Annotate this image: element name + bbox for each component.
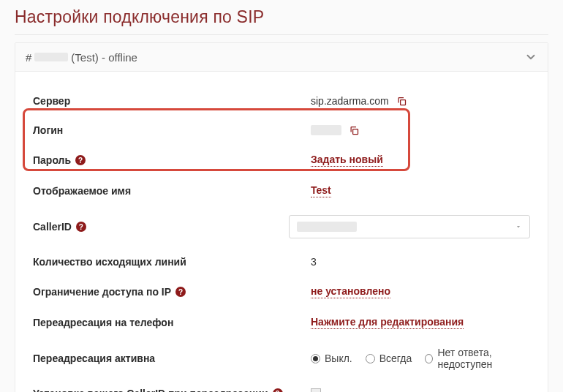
accordion-title: # (Test) - offline — [26, 51, 137, 64]
value-server: sip.zadarma.com — [311, 95, 389, 107]
page-title: Настройки подключения по SIP — [15, 7, 548, 27]
help-icon[interactable]: ? — [75, 155, 86, 165]
row-display-name: Отображаемое имя Test — [33, 176, 530, 206]
radio-icon — [311, 354, 320, 363]
radio-off-label: Выкл. — [325, 353, 352, 364]
radio-always[interactable]: Всегда — [366, 353, 412, 364]
label-ip-restrict-text: Ограничение доступа по IP — [33, 286, 171, 298]
title-divider — [15, 34, 548, 35]
copy-icon[interactable] — [396, 96, 407, 107]
label-password: Пароль ? — [33, 154, 311, 166]
label-password-text: Пароль — [33, 154, 71, 166]
sip-accordion: # (Test) - offline Сервер sip.zadarma.co… — [15, 42, 548, 392]
row-login: Логин — [33, 116, 530, 145]
label-callerid-text: CallerID — [33, 221, 72, 233]
accordion-status-text: (Test) - offline — [71, 51, 137, 64]
callerid-select[interactable] — [289, 215, 530, 238]
fwd-phone-link[interactable]: Нажмите для редактирования — [311, 316, 464, 329]
label-own-callerid-text: Установка вашего CallerID при переадреса… — [33, 388, 268, 392]
row-server: Сервер sip.zadarma.com — [33, 86, 530, 116]
radio-off[interactable]: Выкл. — [311, 353, 352, 364]
radio-icon — [425, 354, 433, 363]
help-icon[interactable]: ? — [273, 388, 283, 392]
radio-noanswer-label: Нет ответа, недоступен — [437, 347, 530, 370]
row-ip-restrict: Ограничение доступа по IP ? не установле… — [33, 276, 530, 307]
redacted-callerid-value — [297, 222, 357, 232]
svg-rect-1 — [353, 129, 358, 134]
display-name-link[interactable]: Test — [311, 184, 331, 197]
row-password: Пароль ? Задать новый — [33, 145, 530, 176]
svg-rect-0 — [400, 99, 405, 105]
label-callerid: CallerID ? — [33, 221, 289, 233]
label-fwd-active: Переадресация активна — [33, 353, 311, 364]
chevron-down-icon — [524, 50, 537, 64]
copy-icon[interactable] — [349, 125, 360, 136]
caret-down-icon — [515, 223, 522, 230]
label-out-lines: Количество исходящих линий — [33, 256, 311, 268]
label-display-name: Отображаемое имя — [33, 185, 311, 197]
label-login: Логин — [33, 124, 311, 136]
accordion-header[interactable]: # (Test) - offline — [15, 43, 548, 72]
out-lines-value: 3 — [311, 256, 317, 268]
radio-icon — [366, 354, 375, 363]
label-server: Сервер — [33, 95, 311, 107]
label-ip-restrict: Ограничение доступа по IP ? — [33, 286, 311, 298]
label-fwd-phone: Переадресация на телефон — [33, 317, 311, 328]
row-callerid: CallerID ? — [33, 206, 530, 247]
set-password-link[interactable]: Задать новый — [311, 154, 383, 167]
row-fwd-active: Переадресация активна Выкл. Всегда — [33, 338, 530, 379]
label-own-callerid: Установка вашего CallerID при переадреса… — [33, 388, 311, 392]
sip-hash: # — [26, 51, 31, 64]
fwd-active-radio-group: Выкл. Всегда Нет ответа, недоступен — [311, 347, 530, 370]
help-icon[interactable]: ? — [175, 287, 186, 297]
redacted-login-value — [311, 125, 341, 135]
redacted-sip-number — [34, 53, 68, 61]
radio-always-label: Всегда — [379, 353, 412, 364]
radio-noanswer[interactable]: Нет ответа, недоступен — [425, 347, 530, 370]
row-own-callerid: Установка вашего CallerID при переадреса… — [33, 379, 530, 392]
own-callerid-checkbox[interactable] — [311, 388, 321, 392]
ip-restrict-link[interactable]: не установлено — [311, 285, 390, 298]
accordion-body: Сервер sip.zadarma.com Логин — [15, 72, 548, 392]
help-icon[interactable]: ? — [76, 222, 86, 232]
row-out-lines: Количество исходящих линий 3 — [33, 247, 530, 276]
row-fwd-phone: Переадресация на телефон Нажмите для ред… — [33, 307, 530, 338]
